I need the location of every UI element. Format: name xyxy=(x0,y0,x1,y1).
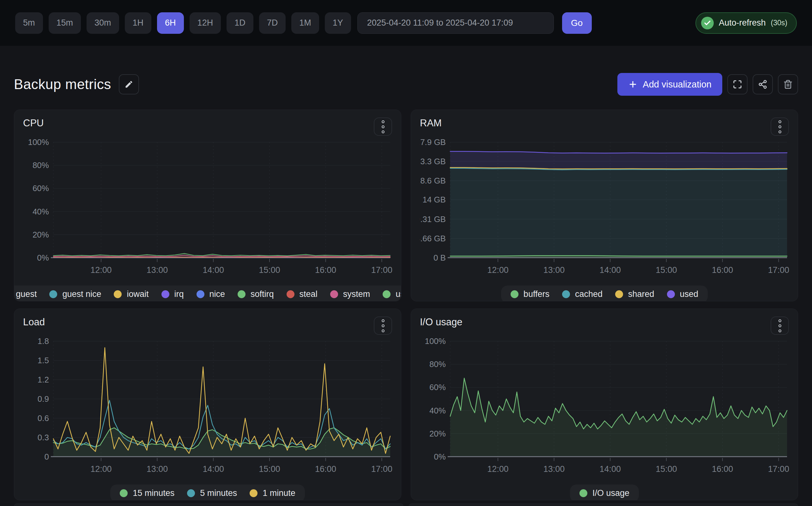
chart-io[interactable]: 0%20%40%60%80%100%12:0013:0014:0015:0016… xyxy=(420,336,789,483)
panel-menu-button[interactable] xyxy=(374,117,392,136)
legend-item-guest-nice[interactable]: guest nice xyxy=(49,289,101,299)
svg-text:80%: 80% xyxy=(32,161,49,170)
legend-label: guest nice xyxy=(62,289,101,299)
kebab-dot xyxy=(779,120,781,123)
svg-text:1.8: 1.8 xyxy=(37,337,49,346)
range-button-30m[interactable]: 30m xyxy=(87,12,119,34)
legend-item-buffers[interactable]: buffers xyxy=(510,289,550,299)
kebab-dot xyxy=(779,329,781,332)
legend-label: 5 minutes xyxy=(200,488,237,498)
svg-text:0%: 0% xyxy=(434,452,446,461)
legend-dot xyxy=(161,290,169,298)
svg-text:100%: 100% xyxy=(425,337,446,346)
range-button-12h[interactable]: 12H xyxy=(189,12,221,34)
kebab-dot xyxy=(779,131,781,133)
legend-item-irq[interactable]: irq xyxy=(161,289,184,299)
range-button-1h[interactable]: 1H xyxy=(125,12,152,34)
legend-label: used xyxy=(680,289,699,299)
panel-header: CPU xyxy=(23,117,392,137)
legend-item-iowait[interactable]: iowait xyxy=(114,289,149,299)
chart-load[interactable]: 00.30.60.91.21.51.812:0013:0014:0015:001… xyxy=(23,336,392,483)
svg-text:0 B: 0 B xyxy=(433,253,446,262)
page-title: Backup metrics xyxy=(14,76,111,92)
add-visualization-button[interactable]: Add visualization xyxy=(618,73,722,96)
svg-text:17:00: 17:00 xyxy=(371,464,392,474)
legend-item-i-o-usage[interactable]: I/O usage xyxy=(579,488,629,498)
legend-label: shared xyxy=(628,289,654,299)
legend-item-user[interactable]: user xyxy=(383,289,401,299)
fullscreen-button[interactable] xyxy=(727,74,747,94)
fullscreen-icon xyxy=(733,80,742,89)
legend-label: guest xyxy=(16,289,37,299)
panel-title-cpu: CPU xyxy=(23,117,44,129)
legend-row: I/O usage xyxy=(420,485,789,500)
legend-item-shared[interactable]: shared xyxy=(615,289,654,299)
share-icon xyxy=(758,80,767,89)
legend-dot xyxy=(187,489,195,497)
legend-label: iowait xyxy=(127,289,149,299)
kebab-dot xyxy=(382,329,385,332)
legend-item-softirq[interactable]: softirq xyxy=(238,289,274,299)
panel-menu-button[interactable] xyxy=(770,117,789,136)
range-button-5m[interactable]: 5m xyxy=(15,12,43,34)
range-button-6h[interactable]: 6H xyxy=(157,12,184,34)
panel-title-io: I/O usage xyxy=(420,317,462,328)
legend-item-system[interactable]: system xyxy=(330,289,370,299)
legend-item-cached[interactable]: cached xyxy=(562,289,602,299)
legend-dot xyxy=(120,489,128,497)
autorefresh-toggle[interactable]: Auto-refresh (30s) xyxy=(696,12,797,34)
range-button-1d[interactable]: 1D xyxy=(227,12,253,34)
svg-text:16:00: 16:00 xyxy=(315,464,336,474)
svg-text:14:00: 14:00 xyxy=(600,464,621,474)
panel-menu-button[interactable] xyxy=(374,317,392,335)
next-row-panel-edge xyxy=(14,503,403,506)
legend-row: 15 minutes5 minutes1 minute xyxy=(23,485,392,500)
range-button-1y[interactable]: 1Y xyxy=(325,12,351,34)
legend-item-guest[interactable]: guest xyxy=(14,289,37,299)
legend-item-nice[interactable]: nice xyxy=(196,289,225,299)
svg-text:1.2: 1.2 xyxy=(37,375,49,384)
svg-text:0%: 0% xyxy=(37,253,49,262)
legend-dot xyxy=(287,290,295,298)
share-button[interactable] xyxy=(753,74,773,94)
legend-item-15-minutes[interactable]: 15 minutes xyxy=(120,488,174,498)
panel-title-load: Load xyxy=(23,317,45,328)
plus-icon xyxy=(628,80,638,89)
svg-text:17:00: 17:00 xyxy=(768,265,789,275)
kebab-dot xyxy=(382,125,385,128)
chart-ram[interactable]: 0 B4.66 GB9.31 GB14 GB18.6 GB23.3 GB27.9… xyxy=(420,137,789,284)
datetime-range-input[interactable] xyxy=(357,12,554,34)
panel-header: Load xyxy=(23,317,392,336)
legend-item-steal[interactable]: steal xyxy=(287,289,318,299)
svg-text:1.5: 1.5 xyxy=(37,356,49,365)
legend-label: cached xyxy=(575,289,602,299)
legend-item-used[interactable]: used xyxy=(667,289,699,299)
legend-label: I/O usage xyxy=(592,488,629,498)
legend-dot xyxy=(510,290,518,298)
legend-item-1-minute[interactable]: 1 minute xyxy=(250,488,296,498)
legend-label: irq xyxy=(174,289,184,299)
chart-cpu[interactable]: 0%20%40%60%80%100%12:0013:0014:0015:0016… xyxy=(23,137,392,284)
header-actions: Add visualization xyxy=(618,73,798,96)
legend-dot xyxy=(579,489,587,497)
kebab-dot xyxy=(382,319,385,322)
legend-dot xyxy=(114,290,121,298)
range-button-15m[interactable]: 15m xyxy=(49,12,81,34)
svg-text:17:00: 17:00 xyxy=(371,265,392,275)
svg-text:60%: 60% xyxy=(32,184,49,193)
legend-item-5-minutes[interactable]: 5 minutes xyxy=(187,488,237,498)
legend-dot xyxy=(562,290,570,298)
delete-dashboard-button[interactable] xyxy=(778,74,798,94)
panel-menu-button[interactable] xyxy=(770,317,789,335)
legend-dot xyxy=(238,290,245,298)
legend: I/O usage xyxy=(570,485,639,500)
range-button-7d[interactable]: 7D xyxy=(259,12,286,34)
edit-title-button[interactable] xyxy=(119,74,139,94)
panel-ram: RAM0 B4.66 GB9.31 GB14 GB18.6 GB23.3 GB2… xyxy=(411,110,798,301)
legend-dot xyxy=(250,489,257,497)
legend-label: 15 minutes xyxy=(133,488,174,498)
svg-text:23.3 GB: 23.3 GB xyxy=(420,157,446,166)
go-button[interactable]: Go xyxy=(562,12,592,34)
svg-text:14:00: 14:00 xyxy=(600,265,621,275)
range-button-1m[interactable]: 1M xyxy=(291,12,319,34)
